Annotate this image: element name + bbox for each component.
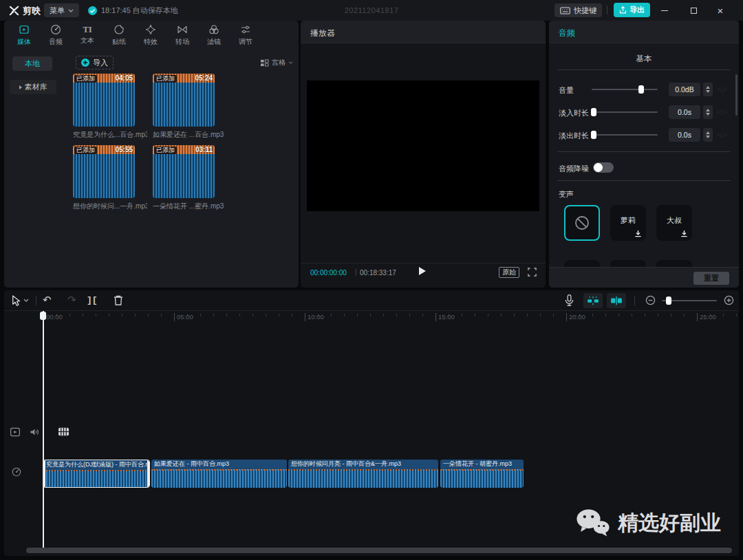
volume-stepper[interactable] (703, 83, 713, 96)
timeline-toolbar: ↶ ↷ ][ (4, 290, 739, 311)
tab-sticker[interactable]: 贴纸 (103, 21, 135, 50)
voice-card-partial[interactable] (564, 260, 600, 267)
voice-card-uncle[interactable]: 大叔 (656, 205, 692, 241)
toggle-track-visibility-button[interactable] (10, 427, 21, 438)
timeline-clip[interactable]: 想你的时候问月亮 - 雨中百合&一舟.mp3 (288, 460, 438, 488)
undo-button[interactable]: ↶ (43, 294, 52, 305)
panel-scrollbar[interactable] (735, 74, 737, 116)
zoom-in-icon (724, 295, 734, 305)
app-logo-icon (8, 5, 20, 17)
download-icon (634, 230, 642, 237)
fade-in-stepper[interactable] (703, 105, 713, 119)
shortcut-button[interactable]: 快捷键 (554, 3, 602, 17)
fade-in-value[interactable]: 0.0s (669, 105, 700, 119)
zoom-out-button[interactable] (645, 295, 656, 305)
timeline-scrollbar[interactable] (26, 548, 732, 553)
sidebar-item-local[interactable]: 本地 (12, 56, 52, 71)
select-tool-caret[interactable] (23, 299, 29, 302)
tab-audio[interactable]: 音频 (40, 21, 72, 50)
view-mode-selector[interactable]: 宫格 (260, 58, 293, 67)
sidebar-item-material-library[interactable]: 素材库 (10, 80, 56, 94)
fade-out-value[interactable]: 0.0s (669, 128, 700, 142)
slider-handle[interactable] (591, 131, 596, 139)
timeline-clip[interactable]: 究竟是为什么(DJ默涵版) - 雨中百合.mp3 (43, 460, 150, 488)
slider-handle[interactable] (591, 108, 596, 116)
fade-out-slider[interactable] (592, 134, 658, 136)
main-video-track-placeholder[interactable] (58, 427, 69, 437)
file-name: 一朵情花开 ...蜜丹.mp3 (153, 202, 227, 211)
slider-handle[interactable] (638, 85, 644, 94)
clip-title: 想你的时候问月亮 - 雨中百合&一舟.mp3 (288, 460, 438, 469)
tab-filter[interactable]: 滤镜 (198, 21, 230, 50)
tab-text[interactable]: TI 文本 (72, 21, 103, 50)
tab-effects[interactable]: 特效 (135, 21, 166, 50)
linked-preview-toggle[interactable] (607, 293, 626, 308)
ruler-label: 00:00 (43, 313, 63, 321)
tab-transition[interactable]: 转场 (166, 21, 198, 50)
media-item[interactable]: 已添加 05:55 想你的时候问...一舟.mp3 (73, 145, 147, 211)
redo-button[interactable]: ↷ (67, 294, 76, 305)
zoom-out-icon (645, 295, 656, 305)
auto-snap-toggle[interactable] (583, 293, 603, 308)
text-icon: TI (83, 25, 92, 34)
voice-card-partial[interactable] (656, 260, 692, 267)
zoom-in-button[interactable] (724, 295, 734, 305)
playhead-handle[interactable] (40, 312, 46, 320)
media-item[interactable]: 已添加 03:11 一朵情花开 ...蜜丹.mp3 (153, 145, 227, 211)
clip-waveform (440, 469, 524, 488)
volume-slider[interactable] (592, 89, 658, 90)
media-item[interactable]: 已添加 05:24 如果爱还在 ...百合.mp3 (153, 74, 227, 140)
fade-out-stepper[interactable] (703, 128, 713, 142)
media-item[interactable]: 已添加 04:05 究竟是为什么...百合.mp3 (73, 74, 147, 140)
import-button[interactable]: 导入 (76, 56, 114, 69)
fullscreen-button[interactable] (528, 268, 537, 277)
transition-icon (176, 23, 189, 36)
trim-handle-right[interactable] (147, 460, 149, 487)
audio-waveform-thumbnail: 已添加 05:55 (73, 145, 135, 198)
reset-button[interactable]: 重置 (693, 272, 729, 285)
voice-card-partial[interactable] (610, 260, 646, 267)
tab-media[interactable]: 媒体 (8, 21, 40, 50)
timeline-clip[interactable]: 一朵情花开 - 胡蜜丹.mp3 (440, 460, 524, 488)
prohibit-icon (574, 215, 590, 230)
menu-button[interactable]: 菜单 (44, 3, 79, 17)
player-panel: 播放器 00:00:00:00 | 00:18:33:17 原始 (301, 21, 546, 288)
video-preview[interactable] (307, 80, 539, 211)
denoise-toggle[interactable] (593, 162, 614, 173)
watermark-text: 精选好副业 (618, 509, 721, 537)
timeline-ruler[interactable]: 00:00 05:00 10:00 15:00 20:00 25:00 (4, 311, 739, 323)
voice-none-card[interactable] (564, 205, 600, 241)
timeline-clip[interactable]: 如果爱还在 - 雨中百合.mp3 (151, 460, 287, 488)
voice-card-loli[interactable]: 萝莉 (610, 205, 646, 241)
timeline-zoom-handle[interactable] (666, 297, 671, 305)
minimize-button[interactable] (655, 0, 674, 21)
select-tool-button[interactable] (10, 294, 21, 307)
mute-track-button[interactable] (29, 427, 40, 438)
keyframe-icon: ‹◇› (717, 85, 726, 93)
export-button[interactable]: 导出 (614, 3, 650, 17)
record-voiceover-button[interactable] (564, 294, 574, 307)
ruler-label: 10:00 (305, 313, 324, 321)
volume-row: 音量 0.0dB ‹◇› (549, 83, 739, 96)
fade-in-row: 淡入时长 0.0s ‹◇› (549, 105, 739, 119)
cursor-icon (10, 294, 21, 307)
tab-basic[interactable]: 基本 (549, 54, 739, 64)
volume-value[interactable]: 0.0dB (669, 83, 700, 96)
split-button[interactable]: ][ (87, 295, 98, 305)
tab-adjust[interactable]: 调节 (230, 21, 261, 50)
voice-change-label: 变声 (559, 189, 574, 200)
play-button[interactable] (418, 266, 427, 276)
plus-circle-icon (81, 58, 89, 67)
fade-in-slider[interactable] (592, 111, 658, 113)
playhead-line[interactable] (43, 311, 44, 548)
player-title: 播放器 (310, 28, 335, 39)
topbar-divider (607, 6, 607, 14)
media-icon (18, 23, 30, 36)
maximize-button[interactable] (684, 0, 703, 21)
ruler-label: 20:00 (566, 313, 585, 321)
close-button[interactable]: × (711, 0, 730, 21)
audio-waveform-thumbnail: 已添加 05:24 (153, 74, 215, 127)
delete-button[interactable] (113, 294, 124, 306)
quality-button[interactable]: 原始 (499, 267, 519, 278)
audio-icon (50, 23, 62, 36)
